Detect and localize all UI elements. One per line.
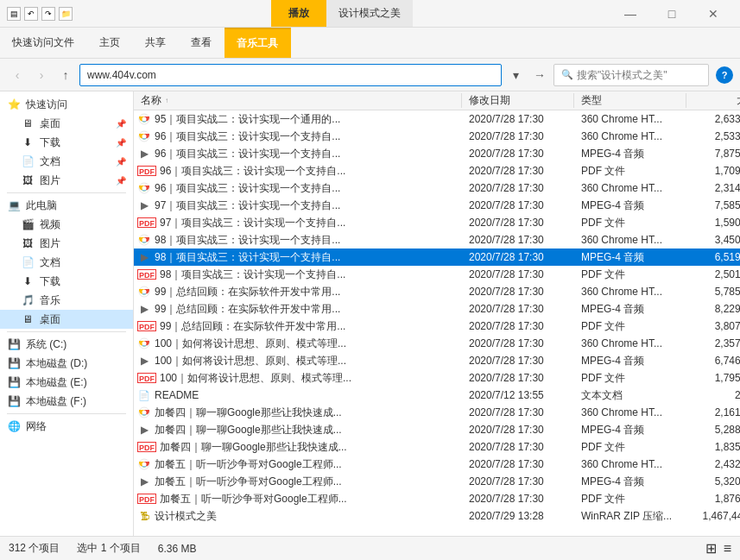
cell-date: 2020/7/28 17:30: [462, 217, 574, 229]
table-row[interactable]: 99｜总结回顾：在实际软件开发中常用... 2020/7/28 17:30 36…: [134, 283, 740, 300]
ribbon-tab-share[interactable]: 共享: [133, 28, 179, 58]
table-row[interactable]: PDF100｜如何将设计思想、原则、模式等理... 2020/7/28 17:3…: [134, 369, 740, 387]
sidebar-item-downloads[interactable]: ⬇ 下载: [0, 272, 133, 291]
tb-icon-1[interactable]: ▤: [7, 7, 21, 21]
table-row[interactable]: 96｜项目实战三：设计实现一个支持自... 2020/7/28 17:30 36…: [134, 179, 740, 197]
drive-c-icon: 💾: [7, 337, 21, 351]
cell-name: ▶100｜如何将设计思想、原则、模式等理...: [134, 354, 462, 368]
table-row[interactable]: ▶加餐四｜聊一聊Google那些让我快速成... 2020/7/28 17:30…: [134, 421, 740, 438]
up-button[interactable]: ↑: [55, 65, 76, 85]
view-icon-list[interactable]: ≡: [724, 541, 731, 557]
cell-size: 1,709 KB: [686, 165, 740, 177]
minimize-button[interactable]: —: [610, 0, 650, 28]
pdf-icon: PDF: [137, 442, 156, 452]
sidebar-item-e-drive[interactable]: 💾 本地磁盘 (E:): [0, 373, 133, 392]
ribbon-tab-file[interactable]: 快速访问文件: [0, 28, 87, 58]
cell-type: MPEG-4 音频: [574, 302, 686, 317]
col-header-date[interactable]: 修改日期: [462, 93, 574, 108]
svg-point-9: [142, 290, 147, 294]
cell-date: 2020/7/28 17:30: [462, 406, 574, 418]
cell-size: 6,746 KB: [686, 355, 740, 367]
status-bar: 312 个项目 选中 1 个项目 6.36 MB ⊞ ≡: [0, 536, 740, 560]
sidebar-item-network[interactable]: 🌐 网络: [0, 417, 133, 436]
table-row[interactable]: ▶98｜项目实战三：设计实现一个支持自... 2020/7/28 17:30 M…: [134, 249, 740, 266]
pdf-icon: PDF: [137, 373, 156, 383]
rar-icon: 🗜: [137, 511, 151, 521]
col-header-type[interactable]: 类型: [574, 93, 686, 108]
table-row[interactable]: ▶97｜项目实战三：设计实现一个支持自... 2020/7/28 17:30 M…: [134, 197, 740, 214]
cell-name: PDF98｜项目实战三：设计实现一个支持自...: [134, 267, 462, 282]
file-list-header: 名称 ↑ 修改日期 类型 大小: [134, 91, 740, 110]
cell-name: 95｜项目实战二：设计实现一个通用的...: [134, 112, 462, 127]
table-row[interactable]: 100｜如何将设计思想、原则、模式等理... 2020/7/28 17:30 3…: [134, 335, 740, 352]
ribbon-active-tab[interactable]: 播放: [271, 0, 326, 27]
col-header-name[interactable]: 名称 ↑: [134, 93, 462, 108]
search-input[interactable]: [577, 69, 698, 81]
table-row[interactable]: ▶100｜如何将设计思想、原则、模式等理... 2020/7/28 17:30 …: [134, 352, 740, 369]
table-row[interactable]: PDF加餐五｜听一听沙争哥对Google工程师... 2020/7/28 17:…: [134, 490, 740, 507]
tb-icon-4[interactable]: 📁: [59, 7, 73, 21]
tb-icon-2[interactable]: ↶: [24, 7, 38, 21]
cell-type: MPEG-4 音频: [574, 423, 686, 437]
sidebar-item-desktop[interactable]: 🖥 桌面: [0, 310, 133, 329]
sidebar-item-video[interactable]: 🎬 视频: [0, 215, 133, 234]
cell-size: 2,357 KB: [686, 337, 740, 349]
address-dropdown-button[interactable]: ▾: [505, 65, 526, 85]
table-row[interactable]: PDF96｜项目实战三：设计实现一个支持自... 2020/7/28 17:30…: [134, 162, 740, 179]
cell-name: 📄README: [134, 389, 462, 401]
table-row[interactable]: ▶96｜项目实战三：设计实现一个支持自... 2020/7/28 17:30 M…: [134, 145, 740, 162]
sidebar-item-pics-quick[interactable]: 🖼 图片 📌: [0, 171, 133, 190]
table-row[interactable]: ▶加餐五｜听一听沙争哥对Google工程师... 2020/7/28 17:30…: [134, 473, 740, 490]
sidebar-item-c-drive[interactable]: 💾 系统 (C:): [0, 335, 133, 354]
tb-icon-3[interactable]: ↷: [41, 7, 55, 21]
downloads-icon: ⬇: [21, 274, 35, 288]
table-row[interactable]: PDF99｜总结回顾：在实际软件开发中常用... 2020/7/28 17:30…: [134, 318, 740, 335]
cell-type: 360 Chrome HT...: [574, 458, 686, 470]
sidebar-item-f-drive[interactable]: 💾 本地磁盘 (F:): [0, 392, 133, 411]
ribbon-tab-home[interactable]: 主页: [87, 28, 133, 58]
status-size: 6.36 MB: [158, 543, 197, 555]
sidebar-item-docs-quick[interactable]: 📄 文档 📌: [0, 152, 133, 171]
maximize-button[interactable]: □: [652, 0, 692, 28]
cell-size: 1,835 KB: [686, 441, 740, 453]
table-row[interactable]: 98｜项目实战三：设计实现一个支持目... 2020/7/28 17:30 36…: [134, 231, 740, 249]
forward-button[interactable]: ›: [31, 65, 52, 85]
cell-name: PDF加餐五｜听一听沙争哥对Google工程师...: [134, 492, 462, 507]
table-row[interactable]: 96｜项目实战三：设计实现一个支持自... 2020/7/28 17:30 36…: [134, 128, 740, 145]
file-list[interactable]: 名称 ↑ 修改日期 类型 大小 95｜项目实战二：设计实现一个通用的... 20…: [134, 91, 740, 536]
chrome-icon: [137, 181, 151, 195]
chrome-icon: [137, 233, 151, 247]
close-button[interactable]: ✕: [693, 0, 733, 28]
table-row[interactable]: PDF97｜项目实战三：设计实现一个支持自... 2020/7/28 17:30…: [134, 214, 740, 231]
pictures-icon: 🖼: [21, 236, 35, 250]
table-row[interactable]: 加餐四｜聊一聊Google那些让我快速成... 2020/7/28 17:30 …: [134, 404, 740, 421]
ribbon-tab-view[interactable]: 查看: [179, 28, 225, 58]
table-row[interactable]: 95｜项目实战二：设计实现一个通用的... 2020/7/28 17:30 36…: [134, 110, 740, 128]
table-row[interactable]: PDF98｜项目实战三：设计实现一个支持自... 2020/7/28 17:30…: [134, 266, 740, 283]
table-row[interactable]: 加餐五｜听一听沙争哥对Google工程师... 2020/7/28 17:30 …: [134, 456, 740, 473]
sidebar-item-quick-access[interactable]: ⭐ 快速访问: [0, 95, 133, 114]
sidebar-item-documents[interactable]: 📄 文档: [0, 253, 133, 272]
table-row[interactable]: PDF加餐四｜聊一聊Google那些让我快速成... 2020/7/28 17:…: [134, 438, 740, 456]
table-row[interactable]: 🗜设计模式之美 2020/7/29 13:28 WinRAR ZIP 压缩...…: [134, 507, 740, 525]
sidebar-item-thispc[interactable]: 💻 此电脑: [0, 196, 133, 215]
cell-date: 2020/7/28 17:30: [462, 458, 574, 470]
view-icon-grid[interactable]: ⊞: [705, 540, 717, 557]
ribbon-tab-music[interactable]: 音乐工具: [225, 28, 291, 58]
address-go-button[interactable]: →: [529, 65, 550, 85]
mp4-icon: ▶: [137, 476, 151, 488]
col-header-size[interactable]: 大小: [686, 93, 740, 108]
sidebar-item-desktop-quick[interactable]: 🖥 桌面 📌: [0, 114, 133, 133]
table-row[interactable]: 📄README 2020/7/12 13:55 文本文档 2 KB: [134, 387, 740, 404]
sidebar-item-download-quick[interactable]: ⬇ 下载 📌: [0, 133, 133, 152]
table-row[interactable]: ▶99｜总结回顾：在实际软件开发中常用... 2020/7/28 17:30 M…: [134, 300, 740, 318]
cell-date: 2020/7/28 17:30: [462, 268, 574, 280]
help-button[interactable]: ?: [716, 66, 733, 84]
cell-date: 2020/7/28 17:30: [462, 372, 574, 384]
sidebar-item-pictures[interactable]: 🖼 图片: [0, 234, 133, 253]
back-button[interactable]: ‹: [7, 65, 28, 85]
sidebar-item-d-drive[interactable]: 💾 本地磁盘 (D:): [0, 354, 133, 373]
sidebar-item-music[interactable]: 🎵 音乐: [0, 291, 133, 310]
divider-1: [7, 192, 126, 193]
address-input[interactable]: [79, 64, 502, 86]
